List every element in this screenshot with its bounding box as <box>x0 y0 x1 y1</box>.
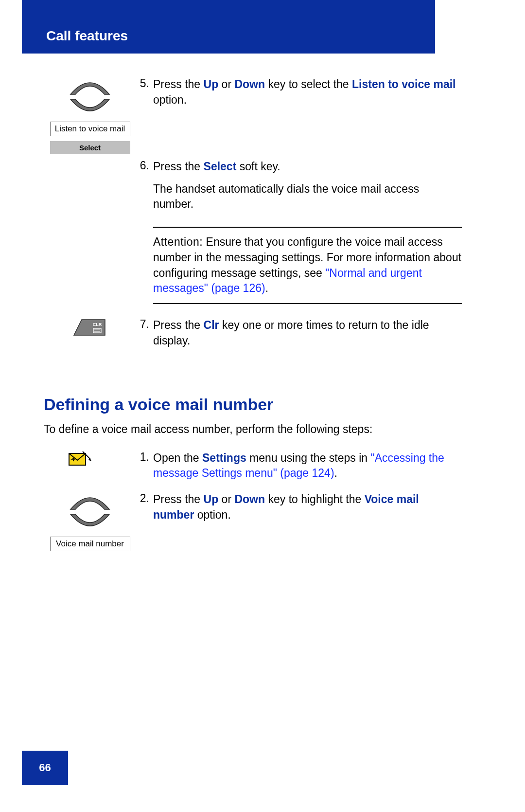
clr-key-label: Clr <box>204 319 219 331</box>
attention-tail: . <box>265 282 268 294</box>
step-body: Press the Clr key one or more times to r… <box>153 318 462 348</box>
text: soft key. <box>236 160 280 173</box>
step-number: 7. <box>136 318 153 348</box>
settings-icon-col <box>44 451 136 468</box>
step-b1-row: 1. Open the Settings menu using the step… <box>44 451 462 481</box>
text: menu using the steps in <box>246 451 371 464</box>
page-content: Listen to voice mail Select 5. Press the… <box>44 68 462 551</box>
text: Press the <box>153 78 204 90</box>
text: Press the <box>153 319 204 331</box>
text: Press the <box>153 493 204 505</box>
page-header-title: Call features <box>46 28 128 44</box>
step-5-row: Listen to voice mail Select 5. Press the… <box>44 77 462 154</box>
up-arc-icon <box>68 492 112 510</box>
clr-key-icon: CLR <box>73 318 107 337</box>
step-b2-text: 2. Press the Up or Down key to highlight… <box>136 492 462 523</box>
clr-key-illustration: CLR <box>44 318 136 337</box>
attention-lead: Attention: <box>153 235 203 248</box>
step-number: 5. <box>136 77 153 108</box>
updown-key-illustration: Listen to voice mail Select <box>44 77 136 154</box>
down-arc-icon <box>68 513 112 532</box>
step-body: Open the Settings menu using the steps i… <box>153 451 462 481</box>
text: . <box>334 467 337 479</box>
step-7-text: 7. Press the Clr key one or more times t… <box>136 318 462 348</box>
step-number: 1. <box>136 451 153 481</box>
step-5-text: 5. Press the Up or Down key to select th… <box>136 77 462 108</box>
section-heading: Defining a voice mail number <box>44 395 462 414</box>
step-6-text: 6. Press the Select soft key. The handse… <box>136 159 462 212</box>
step-body: Press the Select soft key. The handset a… <box>153 159 462 212</box>
text: Open the <box>153 451 202 464</box>
down-key-label: Down <box>234 493 265 505</box>
up-arc-icon <box>68 77 112 95</box>
settings-envelope-icon <box>68 451 91 468</box>
down-arc-icon <box>68 98 112 117</box>
step-6-row: 6. Press the Select soft key. The handse… <box>44 159 462 212</box>
svg-text:CLR: CLR <box>93 322 102 327</box>
page-number: 66 <box>22 751 68 785</box>
step-b2-row: Voice mail number 2. Press the Up or Dow… <box>44 492 462 551</box>
up-key-label: Up <box>204 493 219 505</box>
listen-option-label: Listen to voice mail <box>352 78 455 90</box>
step-number: 6. <box>136 159 153 212</box>
settings-menu-label: Settings <box>202 451 246 464</box>
text: or <box>218 78 234 90</box>
updown-icon <box>66 492 114 532</box>
listen-label-box: Listen to voice mail <box>50 122 130 136</box>
step-body: Press the Up or Down key to select the L… <box>153 77 462 108</box>
step-number: 2. <box>136 492 153 523</box>
page-header: Call features <box>22 0 435 54</box>
step-b1-text: 1. Open the Settings menu using the step… <box>136 451 462 481</box>
down-key-label: Down <box>234 78 265 90</box>
text: key to select the <box>265 78 352 90</box>
updown-icon <box>66 77 114 117</box>
select-key-label: Select <box>204 160 237 173</box>
updown-key-illustration-2: Voice mail number <box>44 492 136 551</box>
step-7-row: CLR 7. Press the Clr key one or more tim… <box>44 318 462 348</box>
up-key-label: Up <box>204 78 219 90</box>
section-intro: To define a voice mail access number, pe… <box>44 423 462 436</box>
text: or <box>218 493 234 505</box>
voice-label-box: Voice mail number <box>50 537 130 551</box>
step-6-para2: The handset automatically dials the voic… <box>153 181 462 212</box>
page-number-text: 66 <box>39 761 51 774</box>
text: key to highlight the <box>265 493 365 505</box>
text: option. <box>153 93 187 106</box>
select-softkey-graphic: Select <box>50 141 130 154</box>
attention-note: Attention: Ensure that you configure the… <box>153 227 462 304</box>
step-body: Press the Up or Down key to highlight th… <box>153 492 462 523</box>
text: Press the <box>153 160 204 173</box>
text: option. <box>194 508 230 521</box>
